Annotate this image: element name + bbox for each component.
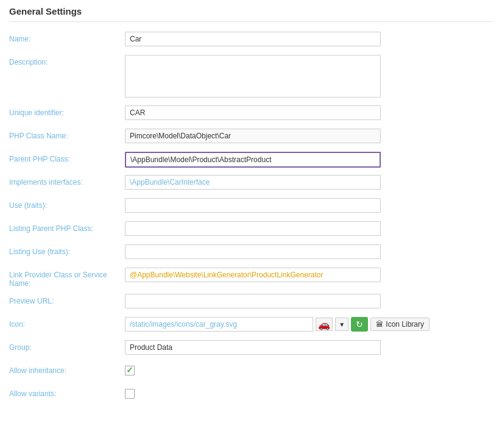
use-traits-row: Use (traits): [9,198,493,215]
use-traits-input[interactable] [125,198,381,213]
parent-php-class-field [125,152,381,168]
icon-library-label: Icon Library [386,320,424,329]
preview-url-label: Preview URL: [9,294,125,305]
name-row: Name: [9,32,493,49]
listing-parent-php-class-row: Listing Parent PHP Class: [9,221,493,238]
implements-interfaces-row: Implements interfaces: [9,175,493,192]
unique-identifier-row: Unique identifier: [9,105,493,123]
parent-php-class-label: Parent PHP Class: [9,152,125,163]
listing-parent-php-class-field [125,221,381,236]
php-class-name-field [125,129,381,143]
use-traits-label: Use (traits): [9,198,125,210]
listing-use-traits-input[interactable] [125,244,381,259]
php-class-name-label: PHP Class Name: [9,129,125,140]
use-traits-field [125,198,381,213]
preview-url-input[interactable] [125,294,381,308]
refresh-icon: ↻ [356,319,363,329]
icon-label: Icon: [9,317,125,329]
description-row: Description: [9,55,493,99]
icon-field-group: 🚗 ▼ ↻ 🏛 Icon Library [125,317,430,332]
listing-use-traits-row: Listing Use (traits): [9,244,493,261]
icon-dropdown-arrow[interactable]: ▼ [335,318,348,331]
listing-parent-php-class-input[interactable] [125,221,381,236]
allow-inheritance-row: Allow inheritance: [9,363,493,380]
allow-variants-row: Allow variants: [9,386,493,404]
link-provider-row: Link Provider Class or Service Name: [9,268,493,288]
description-input[interactable] [125,55,381,98]
page-title: General Settings [9,6,493,22]
refresh-button[interactable]: ↻ [351,317,368,332]
group-input[interactable] [125,340,381,355]
name-input[interactable] [125,32,381,46]
bank-icon: 🏛 [376,320,383,329]
allow-inheritance-label: Allow inheritance: [9,363,125,375]
car-icon: 🚗 [318,319,330,330]
description-field [125,55,381,99]
group-field [125,340,381,355]
icon-row: Icon: 🚗 ▼ ↻ 🏛 Icon Library [9,317,493,334]
allow-variants-field [125,386,135,400]
unique-identifier-field [125,105,381,120]
parent-php-class-input[interactable] [125,152,381,168]
group-label: Group: [9,340,125,352]
preview-url-row: Preview URL: [9,294,493,311]
implements-interfaces-field [125,175,381,190]
php-class-name-row: PHP Class Name: [9,129,493,146]
allow-variants-label: Allow variants: [9,386,125,398]
allow-inheritance-field [125,363,135,377]
preview-url-field [125,294,381,308]
group-row: Group: [9,340,493,357]
icon-input[interactable] [125,317,313,332]
description-label: Description: [9,55,125,66]
php-class-name-input [125,129,381,143]
implements-interfaces-label: Implements interfaces: [9,175,125,187]
implements-interfaces-input[interactable] [125,175,381,190]
link-provider-field [125,268,381,282]
icon-preview: 🚗 [316,318,333,331]
allow-variants-checkbox[interactable] [125,389,135,399]
listing-use-traits-field [125,244,381,259]
link-provider-label: Link Provider Class or Service Name: [9,268,125,288]
link-provider-input[interactable] [125,268,381,282]
parent-php-class-row: Parent PHP Class: [9,152,493,169]
unique-identifier-label: Unique identifier: [9,105,125,117]
allow-inheritance-checkbox[interactable] [125,366,135,375]
icon-library-button[interactable]: 🏛 Icon Library [370,318,430,331]
unique-identifier-input[interactable] [125,105,381,120]
name-field [125,32,381,46]
name-label: Name: [9,32,125,43]
listing-use-traits-label: Listing Use (traits): [9,244,125,256]
listing-parent-php-class-label: Listing Parent PHP Class: [9,221,125,233]
